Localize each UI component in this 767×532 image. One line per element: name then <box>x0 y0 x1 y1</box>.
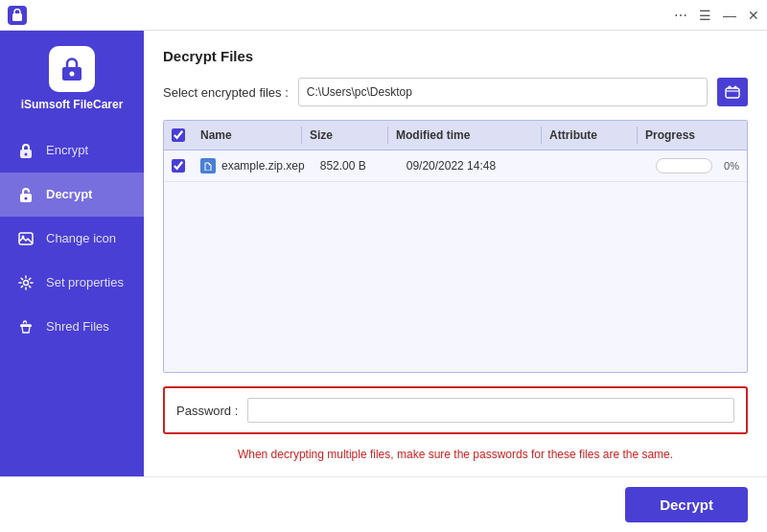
row-checkbox[interactable] <box>172 159 185 173</box>
col-name: Name <box>193 127 302 144</box>
col-attribute: Attribute <box>542 127 638 144</box>
password-input[interactable] <box>247 398 734 423</box>
file-size: 852.00 B <box>320 159 366 173</box>
cell-progress: 0% <box>648 156 747 175</box>
col-modified: Modified time <box>388 127 542 144</box>
sidebar-logo <box>49 46 95 92</box>
sidebar-label-change-icon: Change icon <box>46 231 116 245</box>
title-bar: ⋯ ☰ — ✕ <box>0 0 767 31</box>
file-select-label: Select encrypted files : <box>163 85 289 100</box>
file-table-header: Name Size Modified time Attribute Progre… <box>164 121 747 150</box>
cell-attribute <box>552 164 648 168</box>
row-checkbox-cell[interactable] <box>164 159 193 173</box>
sidebar-item-change-icon[interactable]: Change icon <box>0 217 144 261</box>
sidebar-item-set-properties[interactable]: Set properties <box>0 261 144 305</box>
sidebar-item-encrypt[interactable]: Encrypt <box>0 128 144 173</box>
cell-modified: 09/20/2022 14:48 <box>399 157 552 174</box>
file-select-input[interactable] <box>298 78 708 106</box>
progress-bar <box>656 158 712 173</box>
col-size: Size <box>302 127 388 144</box>
app-name: iSumsoft FileCarer <box>21 98 124 113</box>
svg-point-5 <box>25 152 28 155</box>
app-icon <box>8 6 27 25</box>
password-label: Password : <box>176 404 238 418</box>
app-body: iSumsoft FileCarer Encrypt <box>0 31 767 476</box>
hint-text: When decrypting multiple files, make sur… <box>163 448 748 461</box>
unlock-icon <box>15 184 36 205</box>
menu-button[interactable]: ☰ <box>699 8 711 23</box>
progress-label: 0% <box>724 160 739 172</box>
sidebar-nav: Encrypt Decrypt <box>0 128 144 349</box>
file-name: example.zip.xep <box>221 159 305 173</box>
lock-icon <box>15 140 36 161</box>
password-section: Password : <box>163 386 748 434</box>
file-browse-button[interactable] <box>717 78 748 106</box>
shred-icon <box>15 316 36 337</box>
svg-point-10 <box>24 280 29 285</box>
sidebar: iSumsoft FileCarer Encrypt <box>0 31 144 476</box>
header-checkbox-cell[interactable] <box>164 127 193 144</box>
file-table-body: example.zip.xep 852.00 B 09/20/2022 14:4… <box>164 150 747 372</box>
file-table: Name Size Modified time Attribute Progre… <box>163 120 748 373</box>
minimize-button[interactable]: — <box>723 8 736 23</box>
sidebar-label-encrypt: Encrypt <box>46 143 88 157</box>
sidebar-item-decrypt[interactable]: Decrypt <box>0 173 144 217</box>
file-icon <box>200 158 216 173</box>
title-bar-controls: ⋯ ☰ — ✕ <box>674 8 759 23</box>
main-content: Decrypt Files Select encrypted files : N… <box>144 31 767 476</box>
table-row: example.zip.xep 852.00 B 09/20/2022 14:4… <box>164 150 747 182</box>
sidebar-label-decrypt: Decrypt <box>46 187 92 201</box>
page-title: Decrypt Files <box>163 48 748 64</box>
image-icon <box>15 228 36 249</box>
sidebar-header: iSumsoft FileCarer <box>0 31 144 125</box>
sidebar-item-shred-files[interactable]: Shred Files <box>0 305 144 349</box>
cell-name: example.zip.xep <box>193 156 313 175</box>
sidebar-label-shred-files: Shred Files <box>46 319 109 334</box>
cell-size: 852.00 B <box>313 157 399 174</box>
svg-point-3 <box>70 72 75 77</box>
share-button[interactable]: ⋯ <box>674 8 687 23</box>
gear-icon <box>15 272 36 293</box>
header-checkbox[interactable] <box>172 128 185 142</box>
svg-point-7 <box>25 197 28 199</box>
title-bar-left <box>8 6 27 25</box>
decrypt-button[interactable]: Decrypt <box>625 487 748 522</box>
close-button[interactable]: ✕ <box>748 8 759 23</box>
svg-rect-12 <box>726 88 739 98</box>
file-modified: 09/20/2022 14:48 <box>407 159 496 173</box>
file-select-row: Select encrypted files : <box>163 78 748 106</box>
bottom-bar: Decrypt <box>0 476 767 532</box>
sidebar-label-set-properties: Set properties <box>46 275 124 289</box>
svg-rect-0 <box>12 13 22 21</box>
col-progress: Progress <box>638 127 747 144</box>
